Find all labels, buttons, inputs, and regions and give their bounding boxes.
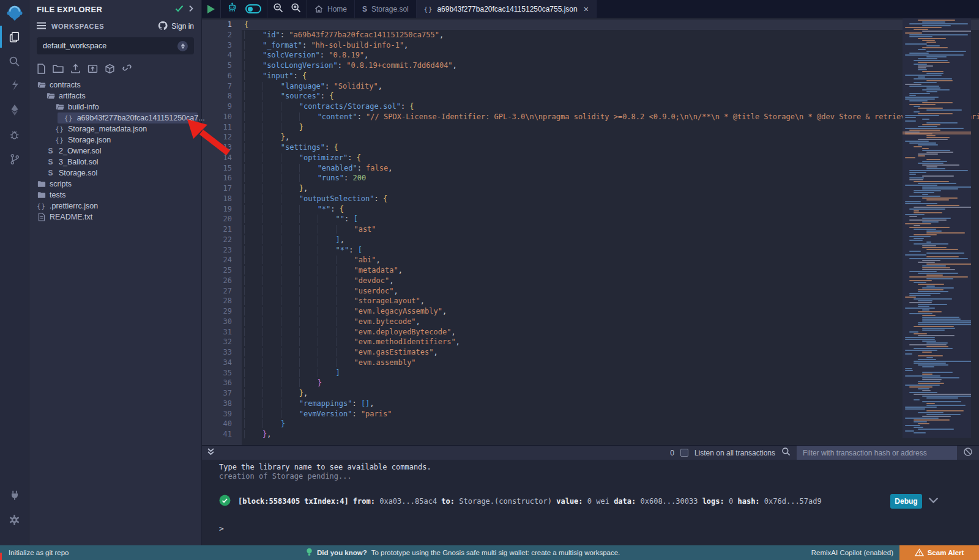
code-line: "evm.legacyAssembly", — [242, 306, 979, 317]
home-icon — [315, 5, 323, 13]
terminal-toolbar: 0 Listen on all transactions — [202, 446, 979, 460]
file-label: tests — [50, 191, 65, 199]
debug-button[interactable]: Debug — [890, 494, 922, 509]
plugin-manager-button[interactable] — [0, 483, 29, 507]
terminal-output: Type the library name to see available c… — [202, 460, 979, 533]
braces-icon: {} — [424, 6, 433, 13]
upload-file-icon[interactable] — [70, 64, 81, 74]
debugger-icon — [9, 129, 20, 141]
code-line: "content": "// SPDX-License-Identifier: … — [242, 112, 979, 122]
sidebar-item-solidity-compiler[interactable] — [0, 73, 29, 98]
tree-item-readme-txt[interactable]: README.txt — [29, 212, 201, 223]
code-content[interactable]: { "id": "a69b43f277ba20fcac141151250ca75… — [242, 20, 979, 445]
tree-item-storage-json[interactable]: {}Storage.json — [29, 134, 201, 146]
listen-checkbox[interactable] — [680, 449, 688, 457]
minimap[interactable] — [903, 18, 971, 438]
tab-storage-sol[interactable]: SStorage.sol — [355, 0, 417, 18]
tree-item-scripts[interactable]: scripts — [29, 179, 201, 190]
git-branch-icon — [9, 153, 20, 165]
scam-alert-button[interactable]: Scam Alert — [899, 545, 979, 560]
code-line: "*": [ — [242, 245, 979, 256]
code-line: }, — [242, 132, 979, 142]
tree-item-storage-metadata-json[interactable]: {}Storage_metadata.json — [29, 123, 201, 134]
file-label: scripts — [50, 180, 72, 188]
code-line: "settings": { — [242, 142, 979, 153]
tab-home[interactable]: Home — [307, 0, 355, 18]
sidebar-item-debugger[interactable] — [0, 122, 29, 147]
code-line: ] — [242, 368, 979, 378]
transaction-filter-input[interactable] — [797, 446, 957, 460]
terminal-line: creation of Storage pending... — [219, 472, 979, 481]
run-script-button[interactable] — [207, 5, 215, 13]
check-icon — [175, 4, 184, 15]
sidebar-item-file-explorer[interactable] — [0, 24, 29, 49]
new-folder-icon[interactable] — [53, 64, 64, 74]
github-signin-button[interactable]: Sign in — [158, 21, 194, 32]
remix-ide-window: FILE EXPLORER WORKSPACES Sign in default… — [0, 0, 979, 560]
tree-item-artifacts[interactable]: artifacts — [29, 90, 201, 101]
file-label: build-info — [68, 103, 99, 111]
settings-button[interactable] — [0, 507, 29, 532]
zoom-out-icon[interactable] — [273, 2, 283, 15]
code-line: "storageLayout", — [242, 296, 979, 306]
solidity-icon: S — [46, 169, 55, 177]
terminal-prompt[interactable]: > — [219, 524, 979, 533]
lightbulb-icon — [306, 548, 313, 558]
code-line: "devdoc", — [242, 276, 979, 286]
tree-item-a69b43f277ba20fcac141151250ca7-[interactable]: {}a69b43f277ba20fcac141151250ca7... — [29, 112, 201, 123]
import-box-icon[interactable] — [105, 64, 115, 74]
tree-item--prettierrc-json[interactable]: {}.prettierrc.json — [29, 201, 201, 212]
menu-icon[interactable] — [37, 21, 46, 32]
upload-folder-icon[interactable] — [87, 64, 98, 74]
file-label: artifacts — [59, 92, 86, 100]
transaction-count: 0 — [670, 449, 674, 457]
braces-icon: {} — [55, 125, 64, 133]
workspace-select[interactable]: default_workspace — [37, 37, 194, 54]
tree-item-tests[interactable]: tests — [29, 190, 201, 201]
search-icon — [9, 56, 20, 67]
sidebar-item-deploy-run[interactable] — [0, 98, 29, 122]
transaction-log-row[interactable]: [block:5583405 txIndex:4] from: 0xa03...… — [219, 495, 979, 508]
clear-console-icon[interactable] — [963, 447, 973, 459]
code-line: }, — [242, 183, 979, 194]
file-explorer-icon — [8, 31, 21, 43]
new-file-icon[interactable] — [37, 64, 46, 74]
code-line: "remappings": [], — [242, 399, 979, 409]
copilot-toggle[interactable] — [245, 4, 261, 13]
sidebar-item-git[interactable] — [0, 147, 29, 171]
zoom-in-icon[interactable] — [291, 2, 301, 15]
gear-icon — [9, 514, 20, 526]
chevron-right-icon[interactable] — [188, 4, 194, 15]
tab-label: Home — [327, 5, 347, 13]
file-label: Storage.sol — [59, 169, 97, 177]
sidebar-item-search[interactable] — [0, 49, 29, 73]
import-link-icon[interactable] — [122, 64, 132, 74]
tree-item-build-info[interactable]: build-info — [29, 101, 201, 112]
remix-logo-icon[interactable] — [4, 4, 25, 24]
copilot-status[interactable]: RemixAI Copilot (enabled) — [811, 549, 893, 556]
tree-item-2-owner-sol[interactable]: S2_Owner.sol — [29, 146, 201, 157]
tree-item-3-ballot-sol[interactable]: S3_Ballot.sol — [29, 157, 201, 168]
tree-item-contracts[interactable]: contracts — [29, 79, 201, 90]
collapse-terminal-icon[interactable] — [207, 448, 215, 459]
code-line: }, — [242, 388, 979, 399]
red-arrow-annotation — [185, 117, 233, 160]
folder-open-icon — [37, 81, 46, 89]
tree-item-storage-sol[interactable]: SStorage.sol — [29, 168, 201, 179]
code-line: } — [242, 419, 979, 429]
ai-copilot-robot-icon[interactable] — [226, 2, 238, 16]
git-init-button[interactable]: Initialize as git repo — [9, 549, 69, 556]
tab-a69b43f277ba20fcac141151250ca755-json[interactable]: {}a69b43f277ba20fcac141151250ca755.json× — [417, 0, 597, 18]
code-line: "language": "Solidity", — [242, 81, 979, 92]
code-line: "input": { — [242, 71, 979, 81]
file-label: contracts — [50, 81, 81, 89]
braces-icon: {} — [37, 202, 46, 210]
status-bar: Initialize as git repo Did you know? To … — [0, 545, 979, 560]
code-line: "abi", — [242, 255, 979, 265]
code-editor[interactable]: 1234567891011121314151617181920212223242… — [202, 18, 979, 445]
file-explorer-panel: FILE EXPLORER WORKSPACES Sign in default… — [29, 0, 202, 545]
close-icon[interactable]: × — [584, 5, 589, 13]
workspace-name: default_workspace — [43, 42, 177, 50]
expand-transaction-icon[interactable] — [928, 497, 939, 506]
code-line: "evm.deployedBytecode", — [242, 327, 979, 337]
